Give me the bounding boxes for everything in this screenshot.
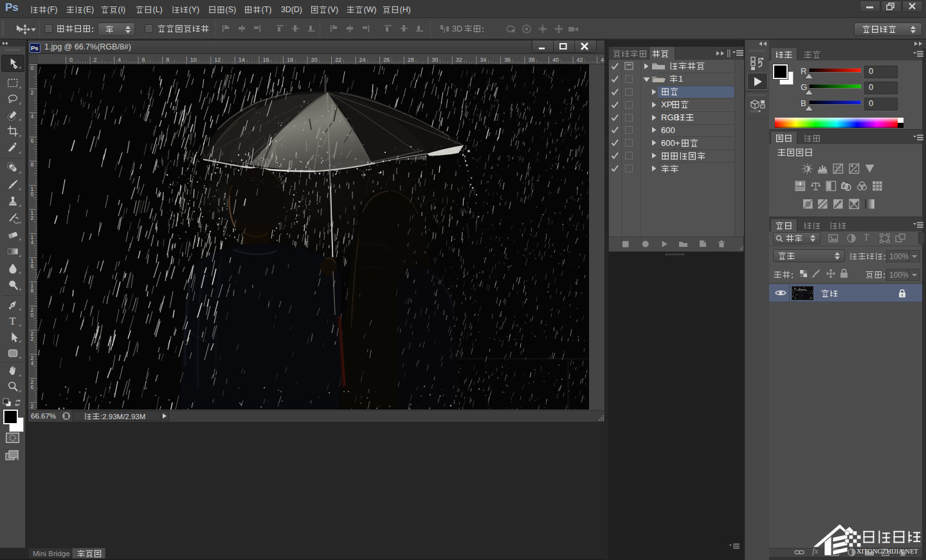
svg-text:8: 8 xyxy=(31,287,34,294)
svg-text:4: 4 xyxy=(31,113,34,120)
svg-text:(T): (T) xyxy=(262,5,272,14)
svg-text::2.93M/2.93M: :2.93M/2.93M xyxy=(100,413,145,420)
svg-text:RGB: RGB xyxy=(661,113,679,122)
svg-text:2: 2 xyxy=(31,336,34,342)
svg-text:0: 0 xyxy=(31,65,34,71)
svg-text:4: 4 xyxy=(31,239,34,246)
svg-text:XP: XP xyxy=(661,100,672,109)
svg-text:(I): (I) xyxy=(118,5,126,14)
svg-text:8: 8 xyxy=(166,57,169,63)
svg-text:44: 44 xyxy=(601,57,604,63)
svg-text:(S): (S) xyxy=(226,5,236,14)
svg-text:600+: 600+ xyxy=(661,138,680,148)
svg-text:(L): (L) xyxy=(153,5,163,14)
svg-text:(Y): (Y) xyxy=(189,5,199,14)
svg-text:600: 600 xyxy=(661,125,675,135)
svg-text:(W): (W) xyxy=(364,5,377,14)
svg-text:(F): (F) xyxy=(48,5,58,14)
svg-text:8: 8 xyxy=(31,161,34,168)
svg-text:4: 4 xyxy=(31,360,34,366)
svg-text:42: 42 xyxy=(577,57,583,63)
svg-text:3D: 3D xyxy=(452,24,462,33)
svg-text:0: 0 xyxy=(31,312,34,318)
svg-text:34: 34 xyxy=(480,57,486,63)
svg-text:4: 4 xyxy=(118,57,121,63)
svg-text:6: 6 xyxy=(31,384,34,390)
svg-text:8: 8 xyxy=(31,408,34,410)
svg-text:38: 38 xyxy=(528,57,534,63)
svg-text:6: 6 xyxy=(31,138,34,144)
svg-text:22: 22 xyxy=(335,57,341,63)
svg-text:0: 0 xyxy=(69,57,73,63)
svg-text:14: 14 xyxy=(239,57,245,63)
svg-text:2: 2 xyxy=(31,215,34,221)
svg-text:30: 30 xyxy=(431,57,438,63)
svg-text:18: 18 xyxy=(287,57,293,63)
svg-text:6: 6 xyxy=(31,263,34,269)
svg-text:(V): (V) xyxy=(328,5,338,14)
svg-text:2: 2 xyxy=(31,89,34,96)
svg-text:T: T xyxy=(9,315,16,327)
svg-text:1: 1 xyxy=(678,75,683,84)
svg-text:3D(D): 3D(D) xyxy=(281,5,302,14)
svg-text:0: 0 xyxy=(31,191,34,197)
svg-text:(H): (H) xyxy=(400,5,411,14)
svg-text:(E): (E) xyxy=(84,5,94,14)
svg-text:26: 26 xyxy=(383,57,390,63)
